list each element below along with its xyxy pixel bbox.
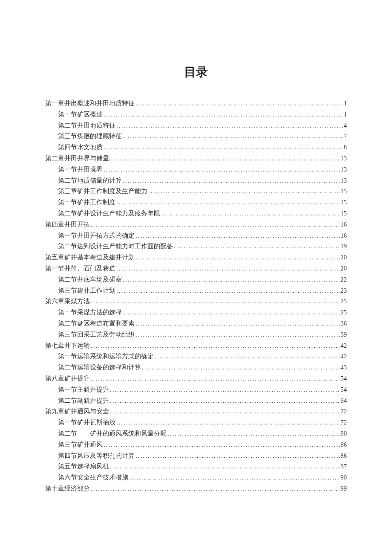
- toc-entry: 第一节运输系统和运输方式的确定42: [45, 351, 347, 362]
- toc-entry-label: 第一节井筒、石门及巷道: [45, 263, 115, 274]
- toc-entry-page: 72: [340, 406, 347, 417]
- toc-entry-label: 第二节达到设计生产能力时工作面的配备: [58, 241, 173, 252]
- toc-entry-label: 第三节煤层的埋藏特征: [58, 131, 122, 142]
- toc-entry-page: 16: [340, 230, 347, 241]
- toc-entry: 第二节井底车场及硐室22: [45, 274, 347, 285]
- toc-entry-page: 19: [340, 241, 347, 252]
- toc-entry: 第二节矿井设计生产能力及服务年限15: [45, 208, 347, 219]
- toc-leader-dots: [135, 98, 344, 109]
- toc-entry-page: 8: [344, 142, 347, 153]
- toc-entry-label: 第四章井田开拓: [45, 219, 90, 230]
- toc-leader-dots: [128, 472, 340, 483]
- toc-entry-page: 15: [340, 197, 347, 208]
- toc-leader-dots: [109, 153, 340, 164]
- toc-entry-page: 25: [340, 296, 347, 307]
- toc-leader-dots: [173, 241, 340, 252]
- toc-entry-page: 13: [340, 164, 347, 175]
- toc-leader-dots: [103, 164, 340, 175]
- toc-leader-dots: [103, 439, 340, 450]
- toc-leader-dots: [115, 285, 340, 296]
- toc-entry: 第三节煤层的埋藏特征7: [45, 131, 347, 142]
- toc-entry-page: 25: [340, 307, 347, 318]
- toc-entry: 第一节矿井瓦斯抽放72: [45, 417, 347, 428]
- toc-entry-page: 15: [340, 186, 347, 197]
- toc-entry-label: 第二章井田井界与储量: [45, 153, 109, 164]
- toc-entry-page: 13: [340, 153, 347, 164]
- toc-leader-dots: [154, 351, 340, 362]
- toc-entry: 第一章井出概述和井田地质特征1: [45, 98, 347, 109]
- toc-entry: 第一节井田境界13: [45, 164, 347, 175]
- table-of-contents: 第一章井出概述和井田地质特征1第一节矿区概述1第二节井田地质特征4第三节煤层的埋…: [45, 98, 347, 494]
- toc-entry-label: 第二节运输设备的选择和计算: [58, 362, 141, 373]
- toc-entry-label: 第一节主斜井提升: [58, 384, 109, 395]
- toc-entry-page: 86: [340, 450, 347, 462]
- toc-entry: 第五节选择扇风机87: [45, 461, 347, 472]
- toc-entry-label: 第三节回采工艺及劳动组织: [58, 329, 135, 340]
- toc-entry: 第三节回采工艺及劳动组织39: [45, 329, 347, 340]
- toc-entry-page: 22: [340, 274, 347, 285]
- toc-leader-dots: [122, 175, 340, 186]
- toc-entry: 第四章井田开拓16: [45, 219, 347, 230]
- toc-entry-label: 第十章经济部分: [45, 483, 90, 494]
- toc-entry-page: 7: [344, 131, 347, 142]
- toc-entry-page: 20: [340, 263, 347, 274]
- toc-entry-label: 第三节建井工作计划: [58, 285, 115, 296]
- toc-entry: 第三章矿井工作制度及生产能力15: [45, 186, 347, 197]
- toc-leader-dots: [109, 461, 340, 472]
- toc-entry: 第一节采煤方法的选择25: [45, 307, 347, 318]
- toc-leader-dots: [109, 406, 340, 417]
- toc-leader-dots: [135, 230, 340, 241]
- toc-entry: 第二节井田地质特征4: [45, 120, 347, 131]
- toc-entry-label: 第一节矿井工作制度: [58, 197, 115, 208]
- toc-leader-dots: [135, 329, 340, 340]
- toc-entry-label: 第一节井田境界: [58, 164, 103, 175]
- toc-leader-dots: [135, 252, 340, 263]
- toc-entry-page: 13: [340, 175, 347, 186]
- toc-entry: 第二节达到设计生产能力时工作面的配备19: [45, 241, 347, 252]
- toc-leader-dots: [109, 384, 340, 395]
- toc-entry: 第一节矿区概述1: [45, 109, 347, 120]
- toc-entry-label: 第二节盘区巷道布置和要素: [58, 318, 135, 329]
- toc-entry-label: 第四节风压及等积孔的计算: [58, 450, 135, 462]
- toc-entry-page: 4: [344, 120, 347, 131]
- toc-entry: 第六节安全生产技术措施90: [45, 472, 347, 483]
- toc-entry-label: 第二节 矿井的通风系统和风量分配: [58, 428, 167, 439]
- toc-leader-dots: [90, 296, 340, 307]
- toc-leader-dots: [115, 197, 340, 208]
- toc-entry-page: 72: [340, 417, 347, 428]
- document-title: 目录: [45, 64, 347, 80]
- toc-entry: 第一节矿井工作制度15: [45, 197, 347, 208]
- toc-entry-label: 第二节副斜井提升: [58, 395, 109, 407]
- toc-entry: 第一节井田开拓方式的确定16: [45, 230, 347, 241]
- toc-entry-label: 第二节井田地质特征: [58, 120, 115, 131]
- toc-entry-label: 第九章矿井通风与安全: [45, 406, 109, 417]
- toc-entry: 第二节盘区巷道布置和要素36: [45, 318, 347, 329]
- toc-entry: 第一节主斜井提升54: [45, 384, 347, 395]
- toc-entry-page: 64: [340, 395, 347, 407]
- toc-entry: 第四节水文地质8: [45, 142, 347, 153]
- toc-leader-dots: [90, 219, 340, 230]
- toc-entry-page: 39: [340, 329, 347, 340]
- toc-leader-dots: [122, 274, 340, 285]
- toc-leader-dots: [160, 208, 340, 219]
- toc-leader-dots: [90, 340, 340, 352]
- toc-entry: 第五章矿井基本巷道及建井计划20: [45, 252, 347, 263]
- toc-entry-page: 87: [340, 461, 347, 472]
- toc-entry: 第十章经济部分99: [45, 483, 347, 494]
- toc-entry: 第三节建井工作计划23: [45, 285, 347, 296]
- toc-entry-label: 第六章采煤方法: [45, 296, 90, 307]
- toc-entry-page: 36: [340, 318, 347, 329]
- toc-leader-dots: [141, 362, 340, 373]
- toc-entry-label: 第二节井底车场及硐室: [58, 274, 122, 285]
- toc-entry-label: 第二节矿井设计生产能力及服务年限: [58, 208, 160, 219]
- toc-entry: 第二节副斜井提升64: [45, 395, 347, 407]
- toc-entry-page: 1: [344, 98, 347, 109]
- toc-leader-dots: [103, 109, 344, 120]
- toc-entry: 第七章井下运输42: [45, 340, 347, 352]
- toc-leader-dots: [135, 450, 340, 462]
- toc-leader-dots: [115, 263, 340, 274]
- toc-entry-page: 54: [340, 384, 347, 395]
- toc-entry-label: 第五节选择扇风机: [58, 461, 109, 472]
- toc-leader-dots: [135, 318, 340, 329]
- toc-entry-label: 第二节地质储量的计算: [58, 175, 122, 186]
